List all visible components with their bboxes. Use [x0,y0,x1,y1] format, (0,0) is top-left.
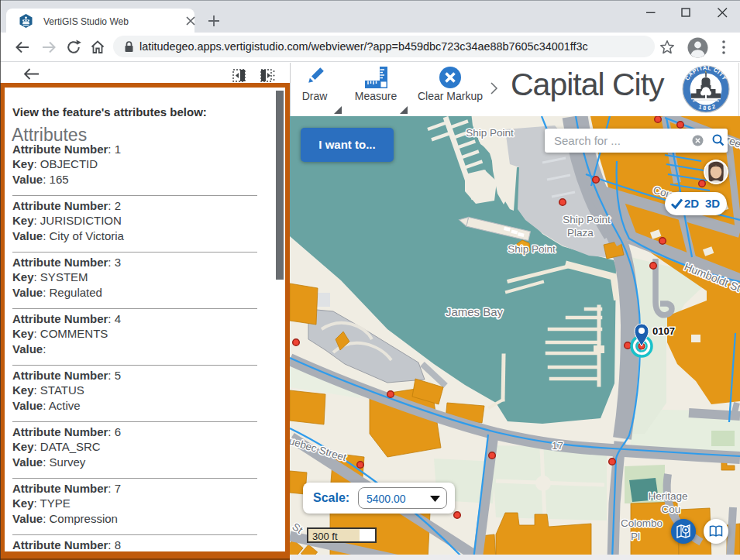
svg-text:17: 17 [552,440,563,452]
svg-text:Colombo: Colombo [621,517,663,529]
svg-text:8: 8 [703,105,707,112]
svg-text:6: 6 [707,105,711,112]
svg-text:Ship Point: Ship Point [508,243,556,255]
svg-text:Ship Point: Ship Point [563,214,611,225]
svg-text:Ship Point: Ship Point [466,127,514,139]
svg-text:Cou: Cou [662,503,681,515]
svg-text:0107: 0107 [652,325,675,337]
svg-text:Plaza: Plaza [567,227,594,239]
svg-text:James Bay: James Bay [446,305,504,318]
svg-text:Pl: Pl [631,531,640,542]
svg-text:Heritage: Heritage [648,490,687,502]
